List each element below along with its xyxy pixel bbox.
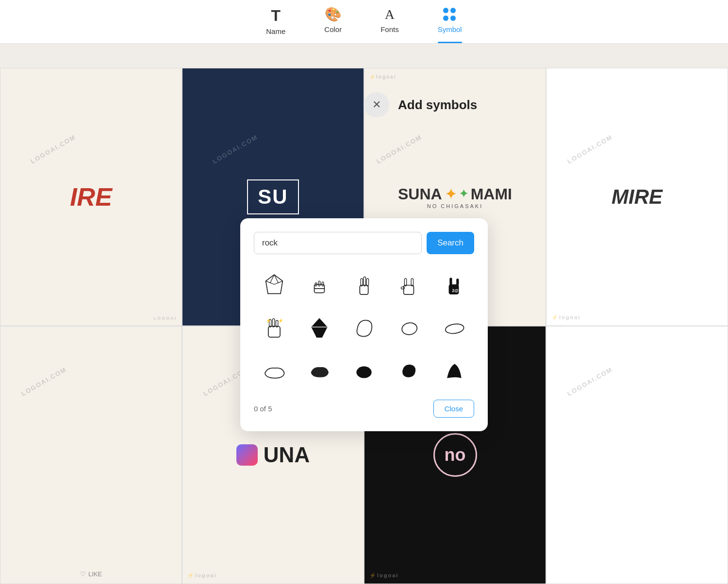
- close-x-icon: ✕: [372, 98, 381, 111]
- tab-fonts[interactable]: A Fonts: [381, 8, 399, 43]
- symbol-rock-electric[interactable]: ⚡ ⚡: [254, 308, 295, 347]
- svg-point-30: [445, 323, 464, 335]
- tab-color-label: Color: [324, 25, 342, 33]
- symbol-hand-three[interactable]: [344, 266, 384, 305]
- svg-rect-14: [404, 285, 414, 294]
- symbol-results-grid: 2@ ⚡ ⚡: [254, 266, 474, 390]
- symbol-search-dialog: Search: [240, 218, 488, 431]
- symbol-rock-oval-outline[interactable]: [388, 308, 429, 347]
- modal-footer: 0 of 5 Close: [254, 400, 474, 418]
- symbol-rock-bracelet[interactable]: [298, 266, 339, 305]
- tab-color[interactable]: 🎨 Color: [324, 8, 342, 43]
- symbol-rock-band[interactable]: 2@: [433, 266, 474, 305]
- svg-rect-10: [360, 285, 368, 294]
- symbol-rock-triangle-filled[interactable]: [433, 351, 474, 390]
- text-icon: T: [271, 8, 281, 23]
- search-row: Search: [254, 232, 474, 254]
- color-icon: 🎨: [325, 8, 342, 21]
- svg-text:⚡: ⚡: [266, 318, 271, 324]
- svg-line-3: [266, 281, 274, 284]
- svg-point-31: [356, 366, 371, 378]
- svg-text:2@: 2@: [452, 288, 458, 293]
- symbol-search-input[interactable]: [254, 232, 422, 254]
- search-button[interactable]: Search: [427, 232, 474, 254]
- svg-rect-22: [268, 326, 280, 338]
- symbol-rock-filled-round[interactable]: [344, 351, 384, 390]
- tab-fonts-label: Fonts: [381, 25, 399, 33]
- symbol-hand-horns[interactable]: [388, 266, 429, 305]
- close-add-symbols-button[interactable]: ✕: [364, 92, 389, 117]
- symbol-rock-flat-white[interactable]: [254, 351, 295, 390]
- svg-line-4: [274, 281, 282, 284]
- symbol-grid-icon: [443, 8, 457, 21]
- svg-rect-19: [449, 277, 452, 285]
- fonts-icon: A: [385, 8, 395, 21]
- tab-name-label: Name: [266, 27, 285, 35]
- tab-symbol-label: Symbol: [438, 25, 462, 33]
- top-navigation: T Name 🎨 Color A Fonts Symbol: [0, 0, 728, 44]
- result-count: 0 of 5: [254, 405, 272, 413]
- svg-rect-7: [318, 281, 320, 286]
- symbol-rock-slim-outline[interactable]: [433, 308, 474, 347]
- svg-text:⚡: ⚡: [278, 318, 283, 324]
- symbol-rock-round-outline[interactable]: [344, 308, 384, 347]
- symbol-crystal[interactable]: [254, 266, 295, 305]
- close-dialog-button[interactable]: Close: [433, 400, 474, 418]
- modal-area: ✕ Add symbols Search: [0, 68, 728, 584]
- symbol-rock-dark-outline[interactable]: [298, 351, 339, 390]
- tab-name[interactable]: T Name: [266, 8, 285, 43]
- add-symbols-title: Add symbols: [398, 97, 477, 113]
- symbol-rock-diamond[interactable]: [298, 308, 339, 347]
- tab-symbol[interactable]: Symbol: [438, 8, 462, 43]
- add-symbols-header: ✕ Add symbols: [364, 92, 477, 117]
- svg-rect-12: [364, 277, 365, 286]
- svg-rect-20: [456, 278, 459, 285]
- symbol-rock-filled-blob[interactable]: [388, 351, 429, 390]
- svg-point-29: [401, 322, 418, 336]
